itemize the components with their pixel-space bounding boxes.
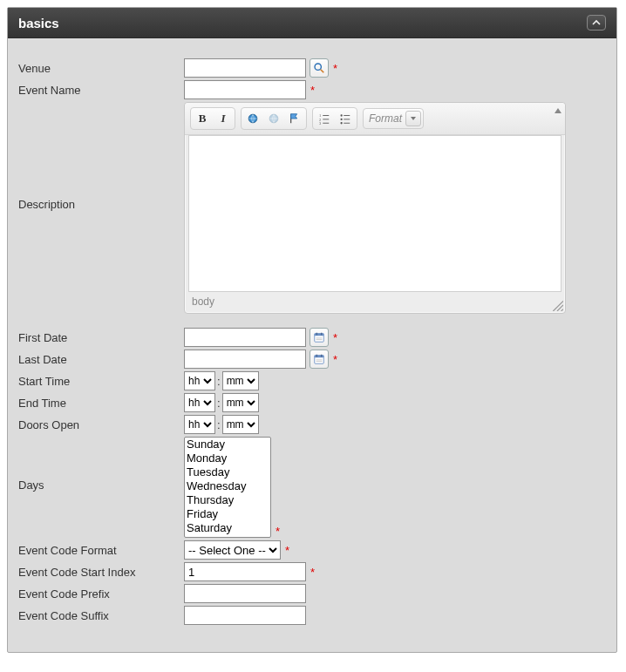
description-label: Description [18, 102, 184, 211]
event-code-start-index-label: Event Code Start Index [18, 562, 184, 579]
doors-open-label: Doors Open [18, 415, 184, 431]
row-event-code-start-index: Event Code Start Index * [18, 562, 606, 581]
end-time-hh-select[interactable]: hh [184, 393, 215, 412]
link-button[interactable] [243, 110, 262, 127]
event-code-format-label: Event Code Format [18, 540, 184, 557]
row-start-time: Start Time hh : mm [18, 371, 606, 390]
row-event-code-suffix: Event Code Suffix [18, 606, 606, 625]
rte-group-lists: 123 [312, 107, 357, 130]
svg-rect-20 [315, 334, 324, 336]
calendar-icon [313, 331, 325, 343]
format-select-label: Format [369, 112, 402, 125]
required-marker: * [276, 525, 280, 538]
bold-button[interactable]: B [193, 110, 212, 127]
time-colon: : [217, 418, 221, 431]
row-days: Days SundayMondayTuesdayWednesdayThursda… [18, 437, 606, 538]
required-marker: * [285, 544, 289, 557]
last-date-label: Last Date [18, 350, 184, 366]
description-textarea[interactable] [188, 135, 561, 292]
start-time-mm-select[interactable]: mm [222, 371, 259, 390]
row-event-code-format: Event Code Format -- Select One -- * [18, 540, 606, 560]
row-last-date: Last Date * [18, 350, 606, 369]
venue-lookup-button[interactable] [310, 58, 329, 78]
event-code-suffix-label: Event Code Suffix [18, 606, 184, 622]
days-label: Days [18, 437, 184, 492]
time-colon: : [217, 397, 221, 410]
required-marker: * [310, 84, 315, 97]
event-code-start-index-input[interactable] [184, 562, 306, 581]
days-option[interactable]: Tuesday [185, 465, 270, 479]
unlink-button[interactable] [264, 110, 283, 127]
svg-point-11 [340, 119, 342, 120]
last-date-picker-button[interactable] [310, 350, 329, 369]
rte-path: body [192, 295, 214, 308]
unordered-list-button[interactable] [336, 110, 355, 127]
days-option[interactable]: Wednesday [185, 479, 270, 493]
venue-input[interactable] [184, 58, 306, 78]
svg-point-0 [315, 64, 321, 70]
italic-icon: I [221, 112, 225, 126]
days-option[interactable]: Monday [185, 451, 270, 465]
required-marker: * [333, 353, 337, 366]
panel-header: basics [8, 8, 616, 38]
unordered-list-icon [339, 112, 351, 125]
event-code-prefix-label: Event Code Prefix [18, 584, 184, 601]
required-marker: * [333, 62, 337, 75]
row-first-date: First Date * [18, 328, 606, 347]
format-select[interactable]: Format [363, 108, 424, 129]
last-date-input[interactable] [184, 350, 306, 369]
required-marker: * [333, 331, 337, 344]
end-time-mm-select[interactable]: mm [222, 393, 259, 412]
start-time-hh-select[interactable]: hh [184, 371, 215, 390]
collapse-button[interactable] [587, 15, 606, 31]
svg-rect-26 [315, 356, 324, 358]
rte-group-text-style: B I [190, 107, 235, 130]
globe-link-icon [247, 112, 259, 125]
chevron-down-icon [405, 111, 421, 126]
ordered-list-icon: 123 [318, 112, 330, 125]
svg-line-1 [321, 70, 324, 73]
rte-toolbar: B I [185, 103, 565, 135]
time-colon: : [217, 375, 221, 388]
ordered-list-button[interactable]: 123 [315, 110, 334, 127]
row-doors-open: Doors Open hh : mm [18, 415, 606, 434]
chevron-up-icon [592, 18, 601, 27]
bold-icon: B [199, 112, 207, 126]
event-code-suffix-input[interactable] [184, 606, 306, 625]
rich-text-editor: B I [184, 102, 566, 314]
doors-open-mm-select[interactable]: mm [222, 415, 259, 434]
first-date-picker-button[interactable] [310, 328, 329, 347]
flag-icon [289, 112, 301, 125]
rte-group-objects [241, 107, 307, 130]
row-event-name: Event Name * [18, 80, 606, 99]
italic-button[interactable]: I [214, 110, 233, 127]
days-option[interactable]: Friday [185, 507, 270, 521]
rte-footer: body [185, 292, 565, 313]
rte-expand-icon[interactable] [555, 108, 561, 113]
panel-title: basics [18, 16, 59, 31]
svg-point-10 [340, 114, 342, 116]
svg-line-18 [561, 309, 563, 311]
svg-text:3: 3 [319, 121, 322, 125]
calendar-icon [313, 353, 325, 365]
doors-open-hh-select[interactable]: hh [184, 415, 215, 434]
basics-panel: basics Venue * Event Name [7, 7, 617, 653]
end-time-label: End Time [18, 393, 184, 410]
row-event-code-prefix: Event Code Prefix [18, 584, 606, 603]
days-option[interactable]: Sunday [185, 438, 270, 451]
required-marker: * [310, 566, 315, 579]
event-name-input[interactable] [184, 80, 306, 99]
event-code-format-select[interactable]: -- Select One -- [184, 540, 281, 560]
row-end-time: End Time hh : mm [18, 393, 606, 412]
event-name-label: Event Name [18, 80, 184, 97]
days-option[interactable]: Saturday [185, 521, 270, 535]
first-date-label: First Date [18, 328, 184, 344]
panel-body: Venue * Event Name * Descrip [8, 38, 616, 652]
anchor-button[interactable] [285, 110, 304, 127]
days-multiselect[interactable]: SundayMondayTuesdayWednesdayThursdayFrid… [184, 437, 271, 538]
resize-handle-icon[interactable] [551, 299, 563, 311]
first-date-input[interactable] [184, 328, 306, 347]
globe-unlink-icon [268, 112, 280, 125]
days-option[interactable]: Thursday [185, 493, 270, 507]
event-code-prefix-input[interactable] [184, 584, 306, 603]
